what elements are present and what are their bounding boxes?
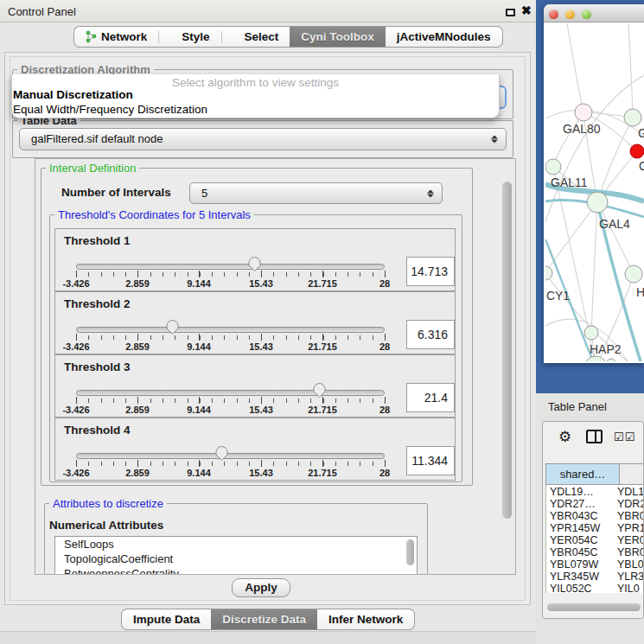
tab-jactivemnodules[interactable]: jActiveMNodules — [386, 26, 503, 48]
scale-label: 21.715 — [308, 405, 337, 415]
minimize-traffic-icon[interactable] — [565, 10, 575, 19]
tab-select[interactable]: Select — [233, 26, 290, 48]
threshold-3-label: Threshold 3 — [64, 360, 131, 373]
threshold-2-value-field[interactable]: 6.316 — [406, 320, 455, 349]
number-of-intervals-combobox[interactable]: 5 — [189, 182, 443, 204]
threshold-2-slider-thumb[interactable] — [165, 319, 180, 339]
thresholds-group-label: Threshold's Coordinates for 5 Intervals — [54, 208, 254, 221]
scale-label: 15.43 — [249, 468, 273, 478]
zoom-traffic-icon[interactable] — [582, 10, 591, 19]
threshold-1-slider-thumb[interactable] — [247, 256, 262, 276]
gear-icon[interactable]: ⚙ — [558, 428, 571, 446]
tab-network-label: Network — [101, 30, 147, 43]
scale-label: 28 — [379, 341, 390, 352]
list-item[interactable]: BetweennessCentrality — [55, 566, 417, 575]
scale-label: 28 — [379, 468, 390, 478]
table-body: YDL19…YDL1 YDR27…YDR2 YBR043CYBR0 YPR145… — [545, 485, 644, 593]
scale-label: 21.715 — [308, 468, 337, 478]
node-gal4[interactable] — [587, 192, 608, 213]
close-traffic-icon[interactable] — [549, 10, 558, 19]
table-row[interactable]: YPR145WYPR1 — [550, 522, 644, 535]
menu-item-equal-width-frequency[interactable]: Equal Width/Frequency Discretization — [13, 103, 207, 116]
column-header-shared-name[interactable]: shared… — [545, 463, 620, 485]
threshold-4-value-field[interactable]: 11.344 — [406, 446, 455, 475]
network-graph: GAL80 G C GAL11 GAL4 GCY1 H HAP2 — [545, 23, 644, 361]
node-label-h: H — [636, 285, 644, 299]
node-label-g: G — [638, 126, 644, 140]
scale-label: -3.426 — [62, 405, 89, 415]
threshold-1-slider-track[interactable] — [76, 264, 385, 270]
list-item[interactable]: SelfLoops — [55, 537, 417, 552]
threshold-2-row: Threshold 2 -3.426 2.859 9.144 15.43 21.… — [54, 291, 456, 354]
threshold-1-value-field[interactable]: 14.713 — [406, 257, 455, 286]
network-tab-icon — [86, 29, 97, 42]
threshold-3-slider-track[interactable] — [76, 390, 385, 396]
network-view-window[interactable]: GAL80 G C GAL11 GAL4 GCY1 H HAP2 — [544, 4, 644, 363]
table-row[interactable]: YBR043CYBR0 — [550, 510, 644, 523]
tab-cyni-toolbox[interactable]: Cyni Toolbox — [290, 26, 386, 48]
node-label-gcy1: GCY1 — [545, 289, 570, 303]
scale-label: 15.43 — [249, 405, 273, 415]
node-label-hap2: HAP2 — [590, 342, 622, 356]
tab-impute-data[interactable]: Impute Data — [121, 609, 211, 630]
node-gal11[interactable] — [545, 159, 561, 175]
tab-select-label: Select — [245, 30, 279, 43]
node-red[interactable] — [630, 144, 644, 158]
tab-infer-network[interactable]: Infer Network — [317, 609, 415, 630]
tab-discretize-data-label: Discretize Data — [222, 613, 306, 626]
node-gcy1[interactable] — [545, 266, 552, 280]
threshold-4-slider-track[interactable] — [76, 453, 385, 459]
node-top-right[interactable] — [624, 109, 641, 126]
node-label-c: C — [639, 159, 644, 173]
network-canvas[interactable]: GAL80 G C GAL11 GAL4 GCY1 H HAP2 — [545, 23, 644, 361]
table-row[interactable]: YBL079WYBL0 — [550, 558, 644, 571]
tab-style[interactable]: Style — [170, 26, 233, 48]
split-pane-icon[interactable] — [586, 430, 603, 443]
tick-marks — [76, 335, 386, 340]
node-h[interactable] — [625, 265, 642, 283]
menu-item-manual-discretization[interactable]: Manual Discretization — [13, 88, 133, 101]
panel-title: Control Panel — [8, 5, 76, 18]
list-item[interactable]: TopologicalCoefficient — [55, 552, 417, 566]
scale-label: 28 — [379, 405, 390, 415]
threshold-3-value-field[interactable]: 21.4 — [406, 383, 455, 412]
tab-discretize-data[interactable]: Discretize Data — [211, 609, 317, 630]
scale-label: 9.144 — [187, 341, 211, 352]
table-row[interactable]: YDL19…YDL1 — [550, 486, 644, 499]
table-data-combobox[interactable]: galFiltered.sif default node — [19, 128, 507, 150]
float-icon[interactable] — [506, 9, 515, 16]
node-label-gal4: GAL4 — [599, 217, 630, 231]
table-row[interactable]: YBR045CYBR0 — [550, 546, 644, 559]
table-data-selected-value: galFiltered.sif default node — [31, 132, 163, 145]
table-panel: Table Panel ⚙ ☑☑ shared… n YDL19…YDL1 YD… — [536, 393, 644, 644]
table-row[interactable]: YLR345WYLR3 — [550, 571, 644, 583]
settings-vertical-scrollbar[interactable] — [502, 182, 512, 519]
tab-style-label: Style — [182, 30, 209, 43]
scale-label: -3.426 — [62, 278, 89, 289]
threshold-2-slider-track[interactable] — [76, 327, 385, 333]
scale-label: 21.715 — [308, 341, 337, 352]
checkbox-icons[interactable]: ☑☑ — [614, 430, 635, 443]
tick-marks — [76, 399, 386, 403]
apply-button[interactable]: Apply — [232, 578, 290, 597]
network-window-titlebar[interactable] — [544, 4, 644, 22]
list-scrollbar[interactable] — [406, 539, 414, 565]
column-header-name[interactable]: n — [619, 463, 644, 485]
threshold-3-slider-thumb[interactable] — [312, 382, 327, 402]
table-row[interactable]: YDR27…YDR2 — [550, 498, 644, 511]
threshold-2-label: Threshold 2 — [64, 297, 131, 310]
table-row[interactable]: YER054CYER0 — [550, 534, 644, 547]
node-bottom-small[interactable] — [607, 359, 615, 361]
threshold-4-slider-thumb[interactable] — [214, 445, 229, 465]
table-horizontal-scrollbar[interactable] — [547, 603, 641, 611]
numerical-attributes-list[interactable]: SelfLoops TopologicalCoefficient Between… — [54, 536, 418, 575]
network-desktop: GAL80 G C GAL11 GAL4 GCY1 H HAP2 — [536, 0, 644, 393]
node-hap2[interactable] — [584, 326, 598, 340]
node-gal80[interactable] — [575, 104, 592, 121]
bottom-filler — [0, 631, 536, 644]
table-row[interactable]: YIL052CYIL0 — [550, 583, 644, 596]
tab-network[interactable]: Network — [73, 26, 170, 48]
number-of-intervals-label: Number of Intervals — [61, 186, 171, 199]
node-bottom[interactable] — [584, 356, 607, 361]
close-icon[interactable]: ✖ — [521, 3, 532, 17]
